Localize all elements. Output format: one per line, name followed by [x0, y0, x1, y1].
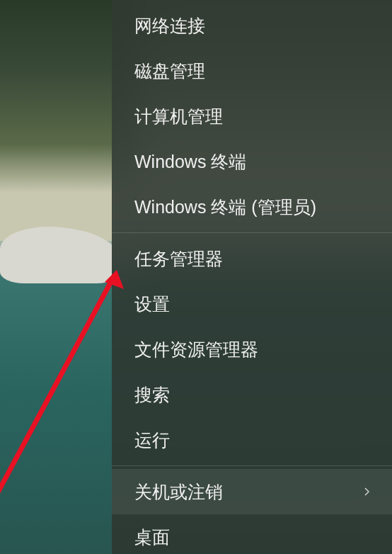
menu-label: 计算机管理: [134, 105, 223, 128]
menu-item-windows-terminal[interactable]: Windows 终端: [112, 139, 392, 184]
menu-item-desktop[interactable]: 桌面: [112, 514, 392, 554]
menu-item-settings[interactable]: 设置: [112, 281, 392, 327]
menu-divider: [112, 465, 392, 466]
background-trees: [0, 0, 127, 241]
menu-item-file-explorer[interactable]: 文件资源管理器: [112, 327, 392, 372]
menu-item-shutdown-signout[interactable]: 关机或注销: [112, 469, 392, 514]
menu-label: 网络连接: [134, 14, 205, 38]
menu-label: 文件资源管理器: [134, 338, 258, 361]
menu-item-network-connections[interactable]: 网络连接: [112, 3, 392, 48]
menu-item-computer-management[interactable]: 计算机管理: [112, 94, 392, 139]
menu-label: 磁盘管理: [134, 60, 205, 83]
menu-label: 任务管理器: [134, 247, 223, 271]
menu-item-windows-terminal-admin[interactable]: Windows 终端 (管理员): [112, 184, 392, 230]
chevron-right-icon: [362, 484, 372, 500]
menu-item-task-manager[interactable]: 任务管理器: [112, 236, 392, 281]
menu-label: 设置: [134, 293, 170, 316]
menu-label: 关机或注销: [134, 480, 223, 504]
menu-label: 运行: [134, 429, 170, 452]
menu-divider: [112, 232, 392, 233]
menu-label: 桌面: [134, 526, 170, 549]
menu-label: Windows 终端: [134, 150, 246, 174]
winx-context-menu: 网络连接 磁盘管理 计算机管理 Windows 终端 Windows 终端 (管…: [112, 0, 392, 554]
menu-label: 搜索: [134, 383, 170, 407]
menu-item-search[interactable]: 搜索: [112, 372, 392, 417]
menu-label: Windows 终端 (管理员): [134, 196, 316, 219]
menu-item-run[interactable]: 运行: [112, 417, 392, 463]
menu-item-disk-management[interactable]: 磁盘管理: [112, 48, 392, 94]
